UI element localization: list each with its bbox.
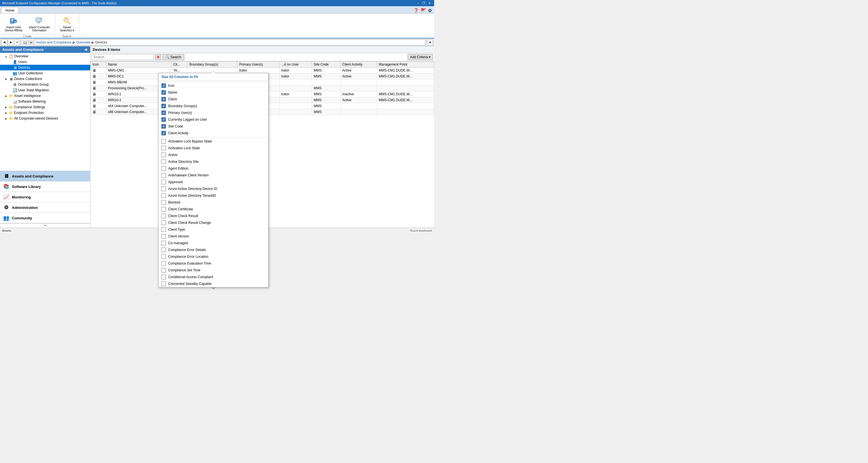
sidebar-item-orchestration[interactable]: ⚙ Orchestration Group bbox=[0, 82, 90, 87]
sidebar-toggle[interactable]: ◀ bbox=[83, 48, 88, 52]
sidebar-item-corporate-devices[interactable]: ▶ 📁 All Corporate-owned Devices bbox=[0, 116, 90, 121]
nav-section-monitoring[interactable]: 📈 Monitoring bbox=[0, 192, 90, 203]
nav-separator: \ ▶ bbox=[28, 40, 33, 44]
touch-keyboard-button[interactable]: Touch keyboard bbox=[410, 229, 432, 232]
col-header-icon[interactable]: Icon bbox=[91, 62, 106, 67]
nav-section-administration[interactable]: ⚙ Administration bbox=[0, 203, 90, 213]
sidebar-item-label-orchestration: Orchestration Group bbox=[18, 83, 49, 87]
nav-section-assets-compliance[interactable]: 🖥 Assets and Compliance bbox=[0, 171, 90, 182]
col-header-activity[interactable]: Client Activity bbox=[340, 62, 377, 67]
help-icon[interactable]: ❓ bbox=[413, 8, 419, 13]
chooser-item-currently-logged[interactable]: ✓ Currently Logged on User bbox=[159, 116, 268, 123]
check-client-activity-icon: ✓ bbox=[161, 131, 166, 135]
sidebar-item-device-collections[interactable]: ▶ 🖥 Device Collections bbox=[0, 76, 90, 82]
tab-home[interactable]: Home bbox=[1, 7, 19, 13]
sidebar-item-overview[interactable]: ▲ 📋 Overview bbox=[0, 54, 90, 59]
add-criteria-button[interactable]: Add Criteria ▾ bbox=[408, 54, 433, 60]
cell-activity: Active bbox=[340, 97, 377, 103]
saved-searches-button[interactable]: SavedSearches ▾ bbox=[57, 15, 76, 33]
chooser-item-approved[interactable]: Approved bbox=[159, 179, 268, 185]
nav-section-software-library[interactable]: 📚 Software Library bbox=[0, 182, 90, 192]
column-chooser: Size All Columns to Fit ✓ Icon ✓ Name ✓ … bbox=[158, 73, 269, 232]
chooser-label-client-type: Client Type bbox=[168, 227, 185, 232]
cell-icon: 🖥 bbox=[91, 91, 106, 97]
add-criteria-dropdown-icon: ▾ bbox=[429, 55, 431, 59]
nav-dropdown-button[interactable]: ▼ bbox=[15, 39, 20, 45]
chooser-item-agent-edition[interactable]: Agent Edition bbox=[159, 165, 268, 172]
sidebar-item-user-collections[interactable]: 👥 User Collections bbox=[0, 70, 90, 76]
clear-search-button[interactable]: ✕ bbox=[155, 54, 161, 60]
chooser-item-client-check-change[interactable]: Client Check Result Change bbox=[159, 219, 268, 226]
col-header-logged-user[interactable]: ...d on User bbox=[280, 62, 312, 67]
chooser-item-client-check-result[interactable]: Client Check Result bbox=[159, 213, 268, 219]
chooser-item-client-type[interactable]: Client Type bbox=[159, 226, 268, 232]
chooser-item-ad-site[interactable]: Active Directory Site bbox=[159, 158, 268, 165]
cell-activity: Active bbox=[340, 67, 377, 73]
col-header-primary-user[interactable]: Primary User(s) bbox=[238, 62, 280, 67]
sidebar-item-software-metering[interactable]: 📊 Software Metering bbox=[0, 99, 90, 104]
sidebar: Assets and Compliance ◀ ▲ 📋 Overview 👤 U… bbox=[0, 47, 90, 227]
close-button[interactable]: ✕ bbox=[427, 1, 432, 6]
chooser-item-azure-ad-tenant[interactable]: Azure Active Directory TenantID bbox=[159, 192, 268, 199]
col-header-name[interactable]: Name bbox=[106, 62, 172, 67]
flag-icon[interactable]: 🚩 bbox=[421, 8, 426, 13]
expand-device-collections-icon: ▶ bbox=[4, 78, 8, 81]
chooser-item-blocked[interactable]: Blocked bbox=[159, 199, 268, 206]
check-active-icon bbox=[161, 153, 166, 157]
breadcrumb-assets[interactable]: Assets and Compliance bbox=[36, 40, 71, 44]
col-header-boundary[interactable]: Boundary Group(s) bbox=[188, 62, 238, 67]
chooser-item-active[interactable]: Active bbox=[159, 152, 268, 158]
cell-primary-user: trator bbox=[238, 67, 280, 73]
check-client-icon: ✓ bbox=[161, 97, 166, 101]
nav-admin-label: Administration bbox=[12, 206, 38, 210]
chooser-item-activation-lock-state[interactable]: Activation Lock State bbox=[159, 145, 268, 152]
sidebar-item-users[interactable]: 👤 Users bbox=[0, 59, 90, 65]
col-header-mgmt-point[interactable]: Management Point bbox=[377, 62, 434, 67]
restore-button[interactable]: ❐ bbox=[421, 1, 426, 6]
cell-site-code bbox=[312, 80, 341, 85]
chooser-item-icon[interactable]: ✓ Icon bbox=[159, 82, 268, 89]
compliance-icon: 📁 bbox=[9, 105, 13, 110]
sidebar-item-user-state[interactable]: 🔄 User State Migration bbox=[0, 87, 90, 93]
chooser-item-activation-lock-bypass[interactable]: Activation Lock Bypass State bbox=[159, 138, 268, 145]
forward-button[interactable]: ▶ bbox=[8, 39, 14, 45]
chooser-item-client-cert[interactable]: Client Certificate bbox=[159, 206, 268, 213]
cell-mgmt-point: MMS-CM1.DUDE.W... bbox=[377, 91, 434, 97]
search-input[interactable] bbox=[92, 54, 154, 60]
col-header-client[interactable]: Cli... bbox=[172, 62, 188, 67]
table-row[interactable]: 🖥 MMS-CM1 Ye... trator trator MMS Active… bbox=[91, 67, 434, 73]
import-computer-button[interactable]: Import Computer Information bbox=[26, 15, 53, 33]
search-button[interactable]: 🔍 Search bbox=[162, 54, 184, 60]
sidebar-item-compliance-settings[interactable]: ▶ 📁 Compliance Settings bbox=[0, 104, 90, 110]
sidebar-item-asset-intelligence[interactable]: ▶ 📁 Asset Intelligence bbox=[0, 93, 90, 99]
settings-icon[interactable]: ⚙ bbox=[428, 8, 432, 13]
back-button[interactable]: ◀ bbox=[1, 39, 7, 45]
chooser-item-site-code[interactable]: ✓ Site Code bbox=[159, 123, 268, 130]
chooser-item-antimalware-version[interactable]: Antimalware Client Version bbox=[159, 172, 268, 179]
cell-site-code: MMS bbox=[312, 103, 341, 109]
chooser-item-primary-user[interactable]: ✓ Primary User(s) bbox=[159, 110, 268, 116]
chooser-item-client-activity[interactable]: ✓ Client Activity bbox=[159, 130, 268, 136]
chooser-item-client[interactable]: ✓ Client bbox=[159, 96, 268, 102]
minimize-button[interactable]: − bbox=[415, 1, 421, 6]
size-all-columns-button[interactable]: Size All Columns to Fit bbox=[159, 73, 268, 81]
chooser-item-name[interactable]: ✓ Name bbox=[159, 89, 268, 96]
chooser-item-boundary-groups[interactable]: ✓ Boundary Group(s) bbox=[159, 102, 268, 110]
breadcrumb-dropdown-button[interactable]: ▼ bbox=[427, 39, 433, 45]
svg-rect-5 bbox=[37, 23, 40, 23]
sidebar-item-label-compliance: Compliance Settings bbox=[14, 105, 45, 109]
sidebar-item-endpoint-protection[interactable]: ▶ 📁 Endpoint Protection bbox=[0, 110, 90, 116]
breadcrumb-overview[interactable]: Overview bbox=[76, 40, 90, 44]
titlebar-title: Microsoft Endpoint Configuration Manager… bbox=[2, 1, 415, 5]
col-header-site-code[interactable]: Site Code bbox=[312, 62, 341, 67]
sidebar-item-devices[interactable]: 🖥 Devices bbox=[0, 65, 90, 70]
import-user-device-button[interactable]: Import User Device Affinity bbox=[2, 15, 25, 33]
breadcrumb-devices: Devices bbox=[95, 40, 107, 44]
chooser-checked-items: ✓ Icon ✓ Name ✓ Client ✓ Boundary Group(… bbox=[159, 82, 268, 136]
nav-section-community[interactable]: 👥 Community bbox=[0, 213, 90, 223]
ribbon-group-search-label: Search bbox=[57, 34, 76, 38]
sidebar-item-label-endpoint: Endpoint Protection bbox=[14, 111, 44, 115]
cell-icon: 🖥 bbox=[91, 73, 106, 80]
check-primary-user-icon: ✓ bbox=[161, 111, 166, 115]
chooser-item-azure-ad-device-id[interactable]: Azure Active Directory Device ID bbox=[159, 185, 268, 192]
